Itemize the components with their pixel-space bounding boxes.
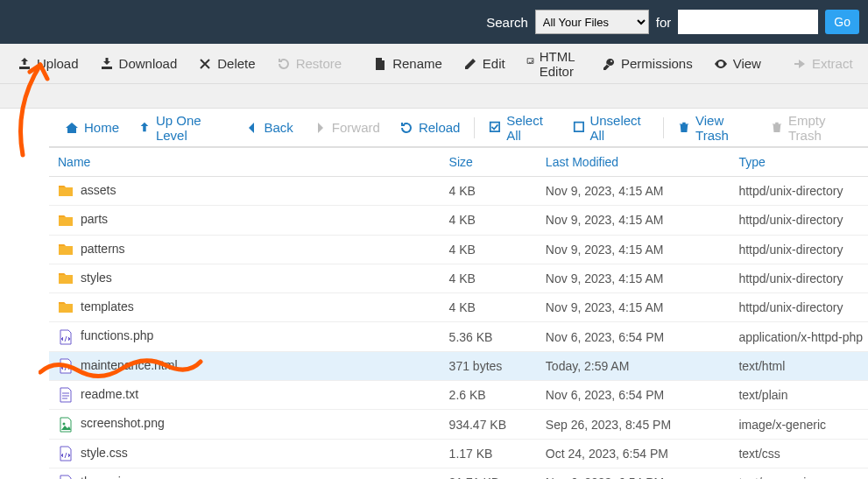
cell-modified: Nov 9, 2023, 4:15 AM bbox=[537, 293, 730, 322]
table-row[interactable]: parts4 KBNov 9, 2023, 4:15 AMhttpd/unix-… bbox=[49, 206, 868, 235]
cell-size: 2.6 KB bbox=[441, 381, 537, 410]
extract-icon bbox=[793, 57, 807, 71]
up-one-level-button[interactable]: Up One Level bbox=[130, 108, 234, 148]
cell-name[interactable]: styles bbox=[49, 264, 441, 292]
cell-size: 4 KB bbox=[441, 293, 537, 322]
cell-size: 371 bytes bbox=[441, 351, 537, 380]
upload-button[interactable]: Upload bbox=[9, 51, 88, 76]
back-arrow-icon bbox=[245, 121, 259, 135]
empty-trash-button: Empty Trash bbox=[762, 108, 861, 148]
cell-type: image/x-generic bbox=[730, 410, 868, 439]
search-for-label: for bbox=[656, 15, 672, 30]
cell-type: httpd/unix-directory bbox=[730, 293, 868, 322]
col-modified-header[interactable]: Last Modified bbox=[537, 148, 730, 177]
cell-type: httpd/unix-directory bbox=[730, 206, 868, 235]
search-go-button[interactable]: Go bbox=[825, 10, 859, 34]
top-search-bar: Search All Your Files for Go bbox=[0, 0, 868, 44]
cell-type: text/css bbox=[730, 439, 868, 468]
rename-button[interactable]: Rename bbox=[364, 51, 451, 76]
cell-size: 4 KB bbox=[441, 177, 537, 206]
table-header-row: Name Size Last Modified Type P bbox=[49, 148, 868, 177]
cell-modified: Nov 9, 2023, 4:15 AM bbox=[537, 177, 730, 206]
restore-icon bbox=[277, 57, 291, 71]
file-table-wrap[interactable]: Name Size Last Modified Type P assets4 K… bbox=[49, 147, 868, 479]
up-arrow-icon bbox=[138, 121, 151, 135]
delete-button[interactable]: Delete bbox=[189, 51, 264, 76]
json-file-icon bbox=[58, 475, 74, 479]
table-row[interactable]: style.css1.17 KBOct 24, 2023, 6:54 PMtex… bbox=[49, 439, 868, 468]
home-icon bbox=[65, 121, 79, 135]
cell-modified: Today, 2:59 AM bbox=[537, 351, 730, 380]
select-all-button[interactable]: Select All bbox=[480, 108, 561, 148]
search-label: Search bbox=[486, 15, 528, 30]
table-row[interactable]: assets4 KBNov 9, 2023, 4:15 AMhttpd/unix… bbox=[49, 177, 868, 206]
cell-size: 21.71 KB bbox=[441, 468, 537, 479]
permissions-button[interactable]: Permissions bbox=[593, 51, 702, 76]
cell-name[interactable]: screenshot.png bbox=[49, 410, 441, 439]
table-row[interactable]: maintenance.html371 bytesToday, 2:59 AMt… bbox=[49, 351, 868, 380]
view-button[interactable]: View bbox=[705, 51, 770, 76]
table-row[interactable]: functions.php5.36 KBNov 6, 2023, 6:54 PM… bbox=[49, 322, 868, 351]
cell-modified: Nov 6, 2023, 6:54 PM bbox=[537, 468, 730, 479]
cell-size: 4 KB bbox=[441, 264, 537, 292]
search-input[interactable] bbox=[678, 10, 818, 34]
html-editor-button[interactable]: HTML Editor bbox=[518, 44, 589, 84]
cell-type: application/x-httpd-php bbox=[730, 322, 868, 351]
cell-name[interactable]: readme.txt bbox=[49, 381, 441, 410]
cell-type: httpd/unix-directory bbox=[730, 235, 868, 264]
download-button[interactable]: Download bbox=[91, 51, 187, 76]
cell-name[interactable]: patterns bbox=[49, 235, 441, 264]
restore-button: Restore bbox=[268, 51, 351, 76]
table-row[interactable]: screenshot.png934.47 KBSep 26, 2023, 8:4… bbox=[49, 410, 868, 439]
back-button[interactable]: Back bbox=[236, 115, 302, 140]
upload-icon bbox=[18, 57, 32, 71]
table-row[interactable]: styles4 KBNov 9, 2023, 4:15 AMhttpd/unix… bbox=[49, 264, 868, 292]
forward-arrow-icon bbox=[313, 121, 327, 135]
cell-size: 5.36 KB bbox=[441, 322, 537, 351]
col-name-header[interactable]: Name bbox=[49, 148, 441, 177]
cell-type: httpd/unix-directory bbox=[730, 177, 868, 206]
table-row[interactable]: patterns4 KBNov 9, 2023, 4:15 AMhttpd/un… bbox=[49, 235, 868, 264]
cell-name[interactable]: parts bbox=[49, 206, 441, 235]
cell-modified: Oct 24, 2023, 6:54 PM bbox=[537, 439, 730, 468]
cell-size: 1.17 KB bbox=[441, 439, 537, 468]
trash-icon bbox=[678, 121, 690, 135]
nav-toolbar: Home Up One Level Back Forward Reload Se… bbox=[49, 109, 868, 147]
cell-size: 4 KB bbox=[441, 206, 537, 235]
cell-modified: Nov 9, 2023, 4:15 AM bbox=[537, 264, 730, 292]
cell-name[interactable]: functions.php bbox=[49, 322, 441, 351]
col-size-header[interactable]: Size bbox=[441, 148, 537, 177]
table-row[interactable]: readme.txt2.6 KBNov 6, 2023, 6:54 PMtext… bbox=[49, 381, 868, 410]
search-scope-select[interactable]: All Your Files bbox=[535, 10, 649, 34]
cell-size: 4 KB bbox=[441, 235, 537, 264]
reload-button[interactable]: Reload bbox=[391, 115, 469, 140]
eye-icon bbox=[714, 57, 728, 71]
folder-file-icon bbox=[58, 242, 74, 257]
check-square-icon bbox=[489, 121, 501, 135]
separator bbox=[663, 117, 664, 138]
col-type-header[interactable]: Type bbox=[730, 148, 868, 177]
folder-file-icon bbox=[58, 299, 74, 315]
table-row[interactable]: templates4 KBNov 9, 2023, 4:15 AMhttpd/u… bbox=[49, 293, 868, 322]
trash-icon bbox=[771, 121, 783, 135]
cell-name[interactable]: style.css bbox=[49, 439, 441, 468]
cell-name[interactable]: templates bbox=[49, 293, 441, 322]
table-row[interactable]: theme.json21.71 KBNov 6, 2023, 6:54 PMte… bbox=[49, 468, 868, 479]
pencil-icon bbox=[463, 57, 477, 71]
cell-name[interactable]: maintenance.html bbox=[49, 351, 441, 380]
home-button[interactable]: Home bbox=[56, 115, 128, 140]
edit-button[interactable]: Edit bbox=[455, 51, 514, 76]
css-file-icon bbox=[58, 446, 74, 461]
cell-name[interactable]: theme.json bbox=[49, 468, 441, 479]
breadcrumb-area bbox=[0, 84, 868, 109]
download-icon bbox=[100, 57, 114, 71]
unselect-all-button[interactable]: Unselect All bbox=[564, 108, 659, 148]
cell-modified: Nov 6, 2023, 6:54 PM bbox=[537, 322, 730, 351]
separator bbox=[474, 117, 475, 138]
cell-type: text/html bbox=[730, 351, 868, 380]
empty-square-icon bbox=[573, 121, 585, 135]
view-trash-button[interactable]: View Trash bbox=[669, 108, 760, 148]
cell-type: text/plain bbox=[730, 381, 868, 410]
cell-modified: Nov 9, 2023, 4:15 AM bbox=[537, 235, 730, 264]
cell-name[interactable]: assets bbox=[49, 177, 441, 206]
